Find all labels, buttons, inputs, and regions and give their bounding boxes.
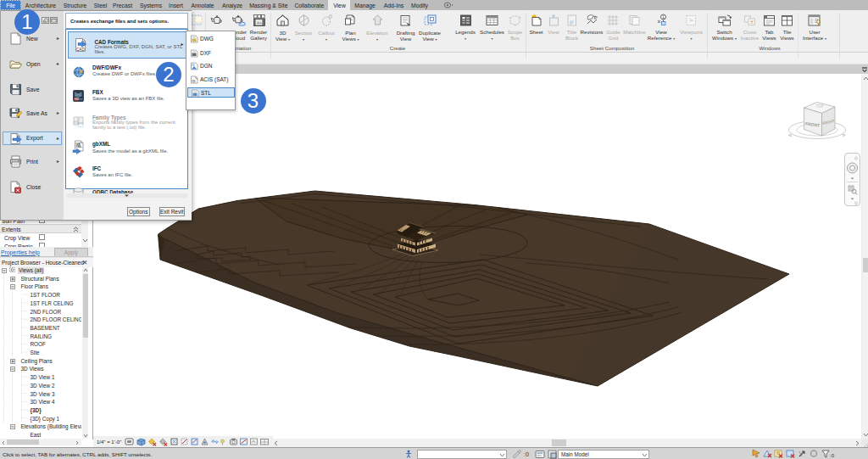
svg-text:1: 1 [661, 14, 664, 20]
svg-text::0: :0 [830, 453, 835, 458]
svg-text:FBX: FBX [75, 98, 80, 101]
svg-text:TOP: TOP [815, 104, 823, 109]
svg-text:XML: XML [76, 145, 82, 148]
svg-text::0: :0 [524, 451, 529, 457]
svg-text:CAD: CAD [76, 48, 85, 52]
